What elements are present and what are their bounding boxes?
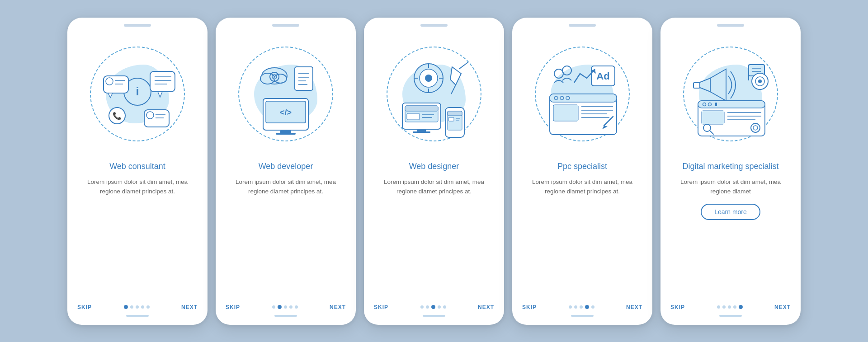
dot-3-4 [443, 305, 446, 309]
svg-rect-7 [150, 71, 175, 92]
illustration-area-2: </> [216, 28, 356, 159]
dots-row-5 [717, 305, 743, 309]
card-body-1: Web consultant Lorem ipsum dolor sit dim… [67, 159, 208, 304]
dots-row-1 [124, 305, 150, 309]
svg-rect-53 [448, 117, 454, 121]
dot-3-2 [431, 305, 435, 309]
phone-card-web-designer: Web designer Lorem ipsum dolor sit dim a… [364, 18, 504, 325]
next-button-2[interactable]: NEXT [330, 304, 346, 310]
svg-rect-52 [448, 111, 462, 116]
svg-marker-6 [108, 93, 113, 98]
skip-button-5[interactable]: SKIP [670, 304, 685, 310]
svg-text:</>: </> [280, 108, 292, 117]
phone-notch [124, 24, 151, 27]
svg-point-59 [562, 66, 571, 75]
dot-2-2 [284, 305, 287, 309]
dots-row-3 [420, 305, 446, 309]
illustration-area-3 [364, 28, 504, 159]
scroll-indicator-1 [126, 315, 149, 317]
card-title-2: Web developer [259, 161, 313, 172]
dot-5-3 [733, 305, 736, 309]
skip-button-2[interactable]: SKIP [226, 304, 240, 310]
phone-card-web-developer: </> Web developer Lorem ips [216, 18, 356, 325]
svg-rect-66 [553, 105, 578, 121]
dot-5-2 [728, 305, 731, 309]
svg-text:Ad: Ad [596, 70, 609, 82]
svg-rect-44 [405, 106, 438, 111]
phone-card-ppc-specialist: Ad [512, 18, 652, 325]
phone-top-bar [67, 18, 208, 27]
next-button-4[interactable]: NEXT [626, 304, 642, 310]
card-body-3: Web designer Lorem ipsum dolor sit dim a… [364, 159, 504, 304]
phone-notch-3 [420, 24, 448, 27]
svg-rect-45 [407, 113, 420, 120]
illustration-web-developer: </> [241, 49, 331, 139]
dots-row-2 [272, 305, 298, 309]
scroll-indicator-3 [423, 315, 445, 317]
next-button-5[interactable]: NEXT [774, 304, 791, 310]
card-nav-4: SKIP NEXT [512, 304, 652, 310]
scroll-indicator-2 [274, 315, 297, 317]
dot-2-3 [289, 305, 292, 309]
cards-container: i 📞 [49, 4, 819, 338]
dot-4-1 [574, 305, 577, 309]
svg-rect-85 [715, 103, 717, 106]
phone-card-web-consultant: i 📞 [67, 18, 208, 325]
dot-5-1 [722, 305, 726, 309]
illustration-web-consultant: i 📞 [92, 49, 183, 139]
dot-2-1 [278, 305, 282, 309]
svg-rect-28 [295, 67, 313, 90]
skip-button-1[interactable]: SKIP [77, 304, 92, 310]
svg-marker-11 [158, 92, 162, 97]
dot-4-4 [591, 305, 594, 309]
dot-2-0 [272, 305, 275, 309]
card-desc-4: Lorem ipsum dolor sit dim amet, mea regi… [522, 177, 642, 197]
next-button-1[interactable]: NEXT [181, 304, 198, 310]
scroll-indicator-5 [719, 315, 742, 317]
card-desc-2: Lorem ipsum dolor sit dim amet, mea regi… [226, 177, 346, 197]
illustration-area-1: i 📞 [67, 28, 208, 159]
illustration-area-4: Ad [512, 28, 652, 159]
skip-button-4[interactable]: SKIP [522, 304, 537, 310]
card-title-4: Ppc specialist [557, 161, 607, 172]
card-body-5: Digital marketing specialist Lorem ipsum… [660, 159, 801, 304]
card-nav-1: SKIP NEXT [67, 304, 208, 310]
card-desc-5: Lorem ipsum dolor sit dim amet, mea regi… [670, 177, 791, 197]
card-nav-5: SKIP NEXT [660, 304, 801, 310]
dot-4-3 [585, 305, 589, 309]
dot-4-2 [580, 305, 583, 309]
phone-notch-4 [569, 24, 596, 27]
phone-notch-5 [717, 24, 744, 27]
dot-3-0 [420, 305, 424, 309]
skip-button-3[interactable]: SKIP [374, 304, 388, 310]
dot-1-0 [124, 305, 128, 309]
dot-1-4 [146, 305, 150, 309]
next-button-3[interactable]: NEXT [478, 304, 494, 310]
phone-top-bar-4 [512, 18, 652, 27]
svg-rect-73 [693, 83, 700, 88]
illustration-digital-marketing [685, 49, 776, 139]
card-body-4: Ppc specialist Lorem ipsum dolor sit dim… [512, 159, 652, 304]
svg-line-41 [459, 62, 468, 69]
card-nav-3: SKIP NEXT [364, 304, 504, 310]
svg-line-40 [451, 85, 456, 94]
card-title-5: Digital marketing specialist [682, 161, 778, 172]
svg-text:📞: 📞 [113, 112, 122, 120]
card-desc-1: Lorem ipsum dolor sit dim amet, mea regi… [77, 177, 198, 197]
svg-point-35 [425, 75, 432, 82]
dot-3-1 [426, 305, 429, 309]
phone-top-bar-3 [364, 18, 504, 27]
dot-2-4 [295, 305, 298, 309]
learn-more-button[interactable]: Learn more [701, 204, 760, 220]
phone-notch-2 [272, 24, 299, 27]
svg-rect-62 [550, 94, 617, 102]
card-nav-2: SKIP NEXT [216, 304, 356, 310]
card-desc-3: Lorem ipsum dolor sit dim amet, mea regi… [374, 177, 494, 197]
illustration-ppc-specialist: Ad [537, 49, 627, 139]
phone-card-digital-marketing: Digital marketing specialist Lorem ipsum… [660, 18, 801, 325]
card-body-2: Web developer Lorem ipsum dolor sit dim … [216, 159, 356, 304]
card-title-3: Web designer [409, 161, 459, 172]
phone-top-bar-2 [216, 18, 356, 27]
svg-rect-49 [413, 131, 430, 133]
dot-5-0 [717, 305, 720, 309]
